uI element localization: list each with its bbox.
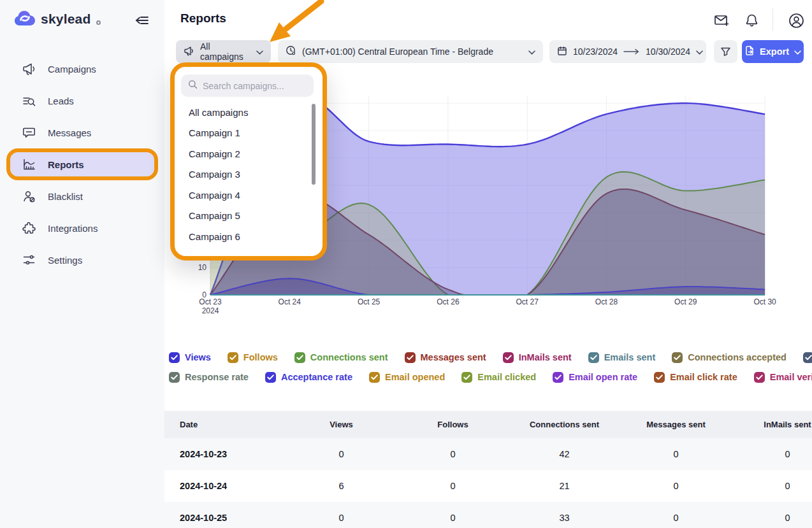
legend-checkbox-checked[interactable] — [294, 352, 305, 363]
legend-checkbox-checked[interactable] — [588, 352, 599, 363]
timezone-selector[interactable]: (GMT+01:00) Central European Time - Belg… — [278, 40, 543, 63]
legend-label: Follows — [243, 352, 278, 362]
legend-checkbox-checked[interactable] — [803, 352, 812, 363]
account-avatar-icon[interactable] — [787, 11, 806, 30]
sidebar-item-settings[interactable]: Settings — [6, 244, 158, 276]
campaign-selector-button[interactable]: All campaigns — [176, 40, 271, 63]
legend-label: Email click rate — [670, 372, 737, 382]
sidebar-item-leads[interactable]: Leads — [6, 85, 158, 117]
svg-text:2024: 2024 — [202, 306, 219, 315]
table-cell-value: 0 — [397, 513, 509, 523]
dropdown-scrollbar[interactable] — [312, 104, 315, 185]
date-range-picker[interactable]: 10/23/2024 10/30/2024 — [549, 40, 706, 63]
legend-checkbox-checked[interactable] — [654, 372, 665, 383]
collapse-sidebar-icon[interactable] — [134, 12, 150, 29]
table-cell-value: 21 — [509, 481, 620, 491]
campaign-option[interactable]: Campaign 1 — [181, 123, 317, 144]
main-content: Reports All campaigns — [164, 0, 812, 528]
legend-checkbox-checked[interactable] — [228, 352, 238, 363]
legend-checkbox-checked[interactable] — [461, 372, 472, 383]
legend-row: Views Follows Connections sent Messages … — [169, 351, 808, 364]
campaign-option[interactable]: Campaign 6 — [181, 226, 317, 247]
campaign-option[interactable]: Campaign 5 — [181, 206, 317, 227]
svg-text:Oct 29: Oct 29 — [674, 297, 697, 306]
sidebar-item-label: Reports — [48, 159, 84, 170]
table-cell-value: 0 — [286, 513, 397, 523]
sidebar-item-blacklist[interactable]: Blacklist — [6, 180, 158, 212]
clock-icon — [286, 45, 296, 58]
legend-item[interactable]: Email opened — [369, 371, 445, 383]
campaign-search-input[interactable] — [203, 81, 305, 91]
legend-label: Response rate — [185, 372, 249, 382]
table-cell-value: 0 — [732, 481, 812, 491]
sidebar-item-campaigns[interactable]: Campaigns — [6, 53, 158, 85]
legend-item[interactable]: Email click rate — [654, 371, 737, 383]
skylead-logo[interactable]: skylead — [14, 10, 101, 29]
table-cell-value: 0 — [620, 449, 732, 459]
svg-text:Oct 25: Oct 25 — [358, 297, 381, 306]
sidebar-item-integrations[interactable]: Integrations — [6, 212, 158, 244]
legend-checkbox-checked[interactable] — [369, 372, 380, 383]
legend-item[interactable]: InMails sent — [503, 351, 572, 364]
legend-checkbox-checked[interactable] — [265, 372, 276, 383]
table-header-cell: Views — [286, 420, 397, 429]
legend-item[interactable]: Email verified — [754, 371, 812, 383]
chart-legend: Views Follows Connections sent Messages … — [169, 351, 808, 383]
export-label: Export — [760, 46, 789, 57]
legend-checkbox-checked[interactable] — [169, 372, 180, 383]
legend-item[interactable]: Email open rate — [553, 371, 637, 383]
sidebar-nav: Campaigns Leads Messages Reports Blackli… — [0, 53, 164, 276]
table-cell-value: 0 — [732, 449, 812, 459]
logo-dot — [96, 20, 101, 25]
legend-item[interactable]: Response rate — [169, 371, 249, 383]
export-file-icon — [744, 45, 755, 58]
logo-text: skylead — [41, 11, 91, 27]
table-cell-value: 6 — [286, 481, 397, 491]
sidebar-item-reports[interactable]: Reports — [6, 148, 158, 180]
mail-plus-icon[interactable] — [711, 11, 730, 30]
legend-item[interactable]: Views — [169, 351, 211, 364]
settings-icon — [22, 253, 36, 267]
legend-label: Email opened — [385, 372, 445, 382]
campaign-option[interactable]: Campaign 3 — [181, 164, 317, 185]
legend-label: Connections sent — [310, 352, 388, 362]
table-row: 2024-10-25003300 — [164, 502, 812, 528]
export-button[interactable]: Export — [742, 40, 804, 63]
legend-item[interactable]: Acceptance rate — [265, 371, 352, 383]
sidebar-item-messages[interactable]: Messages — [6, 117, 158, 148]
legend-item[interactable]: Messages sent — [405, 351, 486, 364]
svg-text:Oct 24: Oct 24 — [279, 297, 301, 306]
sidebar-item-label: Leads — [48, 96, 74, 106]
table-cell-date: 2024-10-25 — [164, 513, 286, 523]
megaphone-icon — [22, 62, 36, 76]
legend-checkbox-checked[interactable] — [553, 372, 563, 383]
page-title: Reports — [180, 11, 226, 25]
campaign-option[interactable]: Campaign 4 — [181, 185, 317, 206]
legend-checkbox-checked[interactable] — [503, 352, 514, 363]
legend-item[interactable]: Email clicked — [461, 371, 536, 383]
legend-checkbox-checked[interactable] — [672, 352, 683, 363]
campaign-option[interactable]: Campaign 2 — [181, 143, 317, 164]
filter-funnel-button[interactable] — [714, 40, 737, 63]
legend-checkbox-checked[interactable] — [405, 352, 416, 363]
legend-item[interactable]: Follows — [228, 351, 278, 364]
campaign-selector-value: All campaigns — [200, 41, 250, 62]
long-arrow-right-icon — [623, 46, 640, 57]
legend-item[interactable]: Connections accepted — [672, 351, 787, 364]
blacklist-icon — [22, 189, 36, 203]
table-cell-date: 2024-10-23 — [164, 449, 286, 459]
table-cell-value: 0 — [397, 449, 509, 459]
chevron-down-icon — [794, 46, 801, 57]
campaign-search-box — [181, 75, 314, 97]
notifications-bell-icon[interactable] — [742, 11, 761, 30]
search-icon — [188, 80, 198, 92]
legend-item[interactable]: Emails sent — [588, 351, 656, 364]
integrations-icon — [22, 221, 36, 235]
campaign-option[interactable]: All campaigns — [181, 102, 317, 123]
campaign-dropdown-panel: All campaignsCampaign 1Campaign 2Campaig… — [170, 62, 327, 260]
sidebar-item-label: Blacklist — [48, 191, 83, 202]
legend-checkbox-checked[interactable] — [169, 352, 180, 363]
legend-checkbox-checked[interactable] — [754, 372, 765, 383]
legend-item[interactable]: Replies received — [803, 351, 812, 364]
legend-item[interactable]: Connections sent — [294, 351, 388, 364]
